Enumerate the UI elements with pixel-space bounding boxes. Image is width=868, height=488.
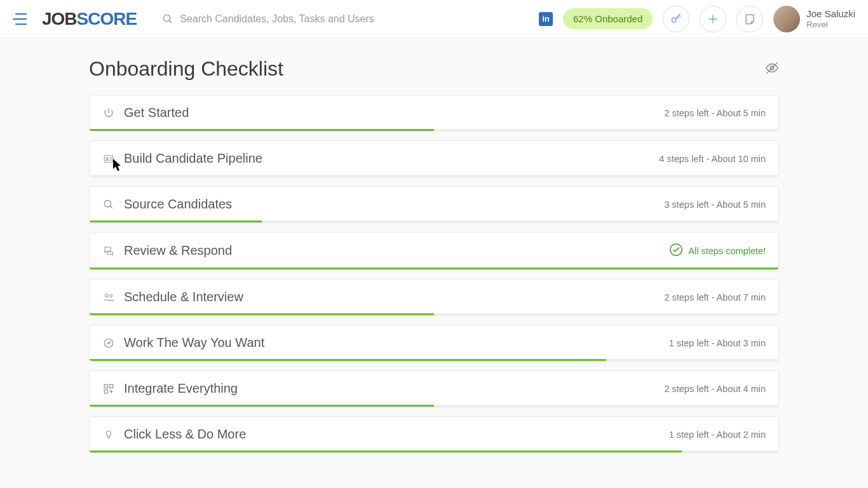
user-menu[interactable]: Joe Saluzki Revel (773, 6, 855, 32)
checklist-item-left: Click Less & Do More (102, 427, 246, 442)
linkedin-icon[interactable]: in (539, 12, 553, 26)
checklist-item-title: Get Started (124, 105, 189, 120)
checklist-item-left: Work The Way You Want (102, 336, 264, 350)
checklist-item[interactable]: Click Less & Do More1 step left - About … (89, 416, 779, 453)
checklist-item-status-text: 2 steps left - About 4 min (664, 384, 766, 394)
checklist-item-row: Click Less & Do More1 step left - About … (90, 417, 778, 451)
note-icon (743, 13, 756, 25)
checklist-item-status: 3 steps left - About 5 min (664, 200, 766, 210)
checklist-item-status: 2 steps left - About 4 min (664, 384, 766, 394)
svg-point-13 (105, 294, 109, 297)
progress-fill (90, 268, 778, 269)
checklist-item-status-text: 4 steps left - About 10 min (659, 154, 766, 164)
svg-point-0 (163, 15, 170, 22)
progress-fill (90, 405, 434, 407)
progress-track (90, 220, 778, 222)
checklist-item-row: Work The Way You Want1 step left - About… (90, 325, 778, 359)
svg-point-16 (108, 342, 109, 343)
checklist-item[interactable]: Build Candidate Pipeline4 steps left - A… (89, 140, 779, 177)
check-circle-icon (669, 243, 683, 259)
svg-point-6 (106, 157, 108, 159)
user-subtitle: Revel (806, 20, 855, 30)
checklist-item-left: Get Started (102, 105, 189, 120)
checklist-item-title: Build Candidate Pipeline (124, 151, 262, 166)
checklist-item[interactable]: Source Candidates3 steps left - About 5 … (89, 186, 779, 223)
chat-icon (102, 245, 115, 257)
checklist-item-left: Review & Respond (102, 243, 232, 258)
checklist-item[interactable]: Work The Way You Want1 step left - About… (89, 325, 779, 362)
checklist-item-title: Integrate Everything (124, 381, 238, 396)
progress-fill (90, 313, 434, 315)
checklist-item-status: 1 step left - About 2 min (669, 430, 766, 440)
gauge-icon (102, 337, 115, 349)
progress-track (90, 359, 778, 361)
bulb-icon (102, 428, 115, 441)
progress-track (90, 268, 778, 269)
svg-point-2 (672, 18, 677, 22)
checklist-item-row: Schedule & Interview2 steps left - About… (90, 280, 778, 313)
checklist-item-row: Source Candidates3 steps left - About 5 … (90, 187, 778, 220)
search-icon (102, 199, 115, 210)
page-title: Onboarding Checklist (89, 57, 283, 81)
checklist-item-status-text: 2 steps left - About 7 min (664, 292, 766, 302)
checklist-item-left: Source Candidates (102, 197, 232, 212)
checklist-item-row: Review & RespondAll steps complete! (90, 233, 778, 268)
checklist-item-status: 4 steps left - About 10 min (659, 154, 766, 164)
checklist-item-title: Schedule & Interview (124, 290, 243, 304)
checklist: Get Started2 steps left - About 5 minBui… (89, 95, 779, 453)
people-icon (102, 292, 115, 303)
avatar (773, 6, 800, 32)
key-button[interactable] (663, 6, 689, 32)
progress-track (90, 451, 778, 452)
search-icon (162, 13, 173, 25)
id-card-icon (102, 153, 115, 165)
progress-fill (90, 359, 606, 361)
menu-icon[interactable] (13, 13, 27, 25)
checklist-item[interactable]: Get Started2 steps left - About 5 min (89, 95, 779, 132)
progress-track (90, 175, 778, 177)
checklist-item-status-text: 1 step left - About 2 min (669, 430, 766, 440)
grid-icon (102, 383, 115, 395)
page-title-row: Onboarding Checklist (89, 57, 779, 81)
svg-line-11 (110, 206, 112, 208)
progress-track (90, 129, 778, 131)
checklist-item-left: Schedule & Interview (102, 290, 243, 304)
checklist-item-status-text: 3 steps left - About 5 min (664, 200, 766, 210)
user-text: Joe Saluzki Revel (806, 8, 855, 30)
progress-fill (90, 129, 434, 131)
logo[interactable]: JOBSCORE (42, 9, 137, 29)
logo-text-b: SCORE (77, 9, 137, 29)
checklist-item[interactable]: Review & RespondAll steps complete! (89, 232, 779, 270)
checklist-item-status-text: All steps complete! (688, 246, 766, 256)
page-content: Onboarding Checklist Get Started2 steps … (0, 38, 868, 453)
progress-track (90, 405, 778, 407)
svg-point-10 (104, 200, 111, 207)
checklist-item[interactable]: Integrate Everything2 steps left - About… (89, 370, 779, 407)
eye-off-icon (765, 61, 779, 75)
note-button[interactable] (736, 6, 763, 32)
onboarding-progress-pill[interactable]: 62% Onboarded (563, 8, 653, 29)
svg-point-14 (110, 294, 112, 297)
svg-rect-17 (104, 384, 107, 388)
progress-track (90, 313, 778, 315)
checklist-item-title: Source Candidates (124, 197, 232, 212)
search-input[interactable] (180, 13, 434, 25)
checklist-item-status-text: 2 steps left - About 5 min (664, 108, 766, 118)
progress-fill (90, 451, 682, 452)
checklist-item-status-text: 1 step left - About 3 min (669, 338, 766, 348)
plus-icon (707, 13, 719, 25)
progress-fill (90, 220, 262, 222)
checklist-item-status: 2 steps left - About 7 min (664, 292, 766, 302)
power-icon (102, 107, 115, 119)
checklist-item-left: Integrate Everything (102, 381, 238, 396)
svg-rect-18 (110, 384, 113, 388)
user-name: Joe Saluzki (806, 8, 855, 20)
checklist-item-status: 2 steps left - About 5 min (664, 108, 766, 118)
checklist-item[interactable]: Schedule & Interview2 steps left - About… (89, 279, 779, 316)
visibility-toggle[interactable] (765, 61, 779, 78)
app-header: JOBSCORE in 62% Onboarded Joe Saluzki Re… (0, 0, 868, 38)
checklist-item-status-complete: All steps complete! (669, 243, 766, 259)
search-wrap (162, 13, 539, 25)
svg-line-1 (169, 20, 172, 23)
add-button[interactable] (700, 6, 726, 32)
